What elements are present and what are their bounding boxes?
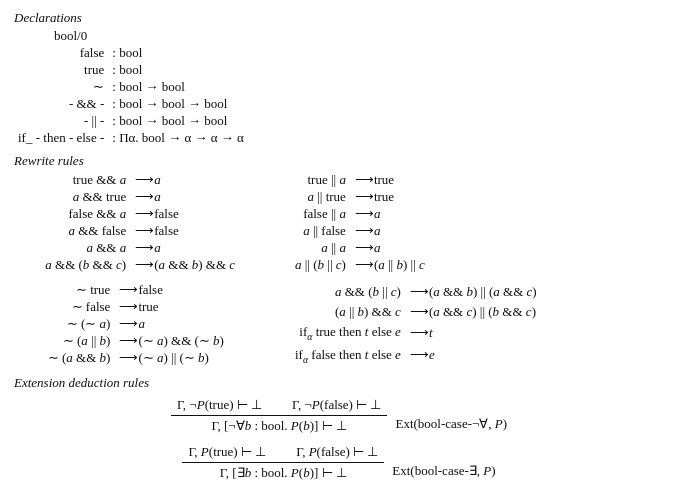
rule-row: true || a ⟶true bbox=[292, 172, 428, 189]
decl-type: : bool → bool → bool bbox=[108, 96, 248, 113]
decl-name: - && - bbox=[14, 96, 108, 113]
inference-fraction-1: Γ, ¬P(true) ⊢ ⊥ Γ, ¬P(false) ⊢ ⊥ Γ, [¬∀b… bbox=[171, 397, 388, 434]
rule-row: ifα true then t else e ⟶t bbox=[292, 323, 540, 345]
rule-row: ifα false then t else e ⟶e bbox=[292, 345, 540, 367]
decl-type: : bool → bool bbox=[108, 79, 248, 96]
premise-1b: Γ, ¬P(false) ⊢ ⊥ bbox=[292, 397, 381, 413]
declarations-title: Declarations bbox=[14, 10, 664, 26]
extension-section: Extension deduction rules Γ, ¬P(true) ⊢ … bbox=[14, 375, 664, 481]
inference-fraction-2: Γ, P(true) ⊢ ⊥ Γ, P(false) ⊢ ⊥ Γ, [∃b : … bbox=[182, 444, 384, 481]
decl-row-and: - && - : bool → bool → bool bbox=[14, 96, 248, 113]
rewrite-title: Rewrite rules bbox=[14, 153, 664, 169]
rule-row: a && a ⟶a bbox=[22, 240, 262, 257]
rule-label-2: Ext(bool-case-∃, P) bbox=[384, 463, 495, 481]
rule-row: ∼ (∼ a) ⟶a bbox=[22, 316, 262, 333]
inference-rule-1: Γ, ¬P(true) ⊢ ⊥ Γ, ¬P(false) ⊢ ⊥ Γ, [¬∀b… bbox=[14, 397, 664, 434]
decl-row-not: ∼ : bool → bool bbox=[14, 79, 248, 96]
conclusion-1: Γ, [¬∀b : bool. P(b)] ⊢ ⊥ bbox=[206, 416, 353, 434]
rule-row: a && (b && c) ⟶(a && b) && c bbox=[22, 257, 262, 274]
rewrite-not-table: ∼ true ⟶false ∼ false ⟶true ∼ (∼ a) ⟶a ∼… bbox=[22, 282, 262, 367]
rewrite-dist-table: a && (b || c) ⟶(a && b) || (a && c) (a |… bbox=[292, 282, 540, 367]
decl-name: - || - bbox=[14, 113, 108, 130]
decl-name: ∼ bbox=[14, 79, 108, 96]
inference-rule-2: Γ, P(true) ⊢ ⊥ Γ, P(false) ⊢ ⊥ Γ, [∃b : … bbox=[14, 444, 664, 481]
decl-type: : bool bbox=[108, 62, 248, 79]
decl-type: : bool → bool → bool bbox=[108, 113, 248, 130]
rule-row: true && a ⟶a bbox=[22, 172, 262, 189]
premise-2a: Γ, P(true) ⊢ ⊥ bbox=[188, 444, 266, 460]
rule-row: false && a ⟶false bbox=[22, 206, 262, 223]
decl-name: bool/0 bbox=[14, 28, 108, 45]
rule-row: false || a ⟶a bbox=[292, 206, 428, 223]
decl-name: if_ - then - else - bbox=[14, 130, 108, 147]
decl-type: : bool bbox=[108, 45, 248, 62]
rule-row: ∼ (a && b) ⟶(∼ a) || (∼ b) bbox=[22, 350, 262, 367]
decl-name: false bbox=[14, 45, 108, 62]
rule-label-1: Ext(bool-case-¬∀, P) bbox=[387, 416, 507, 434]
rule-row: a || (b || c) ⟶(a || b) || c bbox=[292, 257, 428, 274]
rule-row: a || true ⟶true bbox=[292, 189, 428, 206]
rewrite-left-table: true && a ⟶a a && true ⟶a false && a ⟶fa… bbox=[22, 172, 262, 274]
decl-type: : Πα. bool → α → α → α bbox=[108, 130, 248, 147]
decl-row-bool: bool/0 bbox=[14, 28, 248, 45]
rule-row: (a || b) && c ⟶(a && c) || (b && c) bbox=[292, 302, 540, 322]
premise-2b: Γ, P(false) ⊢ ⊥ bbox=[296, 444, 378, 460]
rewrite-section: Rewrite rules true && a ⟶a a && true ⟶a … bbox=[14, 153, 664, 367]
premises-2: Γ, P(true) ⊢ ⊥ Γ, P(false) ⊢ ⊥ bbox=[182, 444, 384, 463]
declarations-section: Declarations bool/0 false : bool true : … bbox=[14, 10, 664, 147]
decl-row-or: - || - : bool → bool → bool bbox=[14, 113, 248, 130]
extension-title: Extension deduction rules bbox=[14, 375, 664, 391]
rule-row: ∼ true ⟶false bbox=[22, 282, 262, 299]
declarations-table: bool/0 false : bool true : bool ∼ : bool… bbox=[14, 28, 248, 147]
decl-row-true: true : bool bbox=[14, 62, 248, 79]
rule-row: a && (b || c) ⟶(a && b) || (a && c) bbox=[292, 282, 540, 302]
decl-name: true bbox=[14, 62, 108, 79]
rule-row: a || a ⟶a bbox=[292, 240, 428, 257]
rule-row: a && true ⟶a bbox=[22, 189, 262, 206]
rewrite-right-table: true || a ⟶true a || true ⟶true false ||… bbox=[292, 172, 428, 274]
decl-row-ifthenelse: if_ - then - else - : Πα. bool → α → α →… bbox=[14, 130, 248, 147]
premises-1: Γ, ¬P(true) ⊢ ⊥ Γ, ¬P(false) ⊢ ⊥ bbox=[171, 397, 388, 416]
rule-row: a && false ⟶false bbox=[22, 223, 262, 240]
premise-1a: Γ, ¬P(true) ⊢ ⊥ bbox=[177, 397, 262, 413]
decl-row-false: false : bool bbox=[14, 45, 248, 62]
rule-row: a || false ⟶a bbox=[292, 223, 428, 240]
conclusion-2: Γ, [∃b : bool. P(b)] ⊢ ⊥ bbox=[214, 463, 353, 481]
decl-type bbox=[108, 28, 248, 45]
rule-row: ∼ (a || b) ⟶(∼ a) && (∼ b) bbox=[22, 333, 262, 350]
rule-row: ∼ false ⟶true bbox=[22, 299, 262, 316]
